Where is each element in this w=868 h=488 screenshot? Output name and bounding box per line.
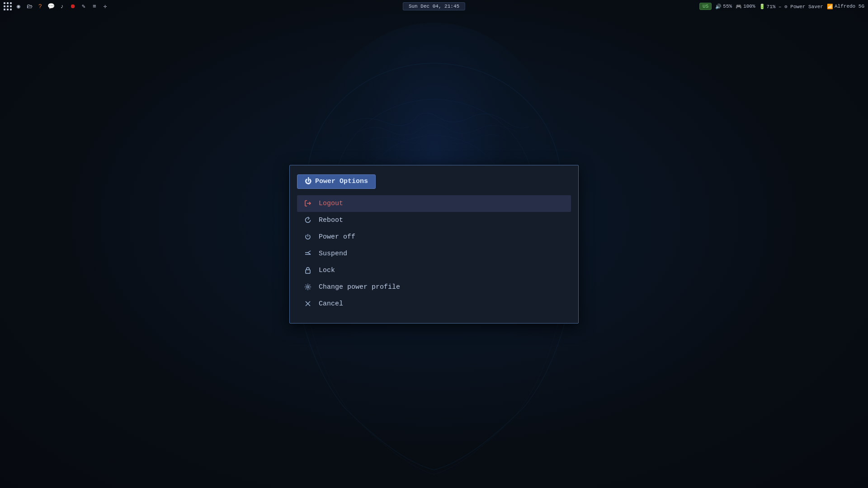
- power-icon: ⏻: [305, 178, 311, 186]
- suspend-icon: [303, 250, 312, 258]
- reboot-menu-item[interactable]: Reboot: [297, 212, 571, 229]
- power-options-dialog: ⏻ Power Options Logout: [289, 165, 579, 324]
- power-options-title: ⏻ Power Options: [297, 174, 376, 189]
- logout-icon: [303, 200, 312, 207]
- cancel-icon: [303, 300, 312, 308]
- cancel-menu-item[interactable]: Cancel: [297, 296, 571, 312]
- change-profile-menu-item[interactable]: Change power profile: [297, 279, 571, 296]
- menu-items-list: Logout Reboot: [297, 195, 571, 312]
- dialog-overlay: ⏻ Power Options Logout: [0, 0, 868, 488]
- poweroff-icon: [303, 233, 312, 241]
- lock-menu-item[interactable]: Lock: [297, 262, 571, 279]
- svg-line-33: [308, 251, 311, 253]
- poweroff-menu-item[interactable]: Power off: [297, 229, 571, 245]
- suspend-menu-item[interactable]: Suspend: [297, 245, 571, 262]
- reboot-icon: [303, 216, 312, 224]
- lock-icon: [303, 267, 312, 274]
- gear-icon: [303, 283, 312, 291]
- svg-point-35: [307, 286, 309, 288]
- svg-rect-34: [306, 270, 310, 273]
- logout-menu-item[interactable]: Logout: [297, 195, 571, 212]
